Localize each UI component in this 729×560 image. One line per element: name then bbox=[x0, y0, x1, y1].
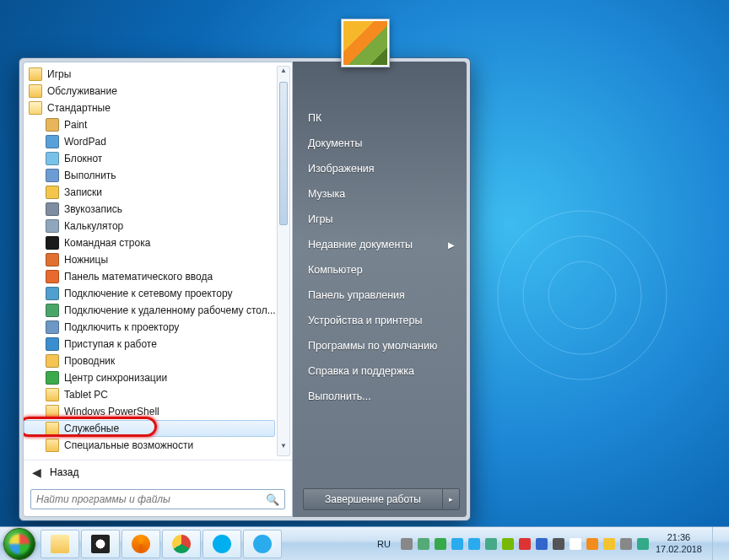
tray-nvidia-icon[interactable] bbox=[502, 538, 514, 550]
svg-point-1 bbox=[523, 236, 641, 354]
start-right-4[interactable]: Игры bbox=[303, 207, 460, 232]
tray-keyboard-icon[interactable] bbox=[401, 538, 413, 550]
start-right-11[interactable]: Выполнить... bbox=[303, 384, 460, 409]
program-item-proj[interactable]: Подключить к проектору bbox=[24, 319, 275, 336]
wordpad-icon bbox=[46, 135, 59, 148]
program-label: Проводник bbox=[64, 355, 115, 367]
start-right-9[interactable]: Программы по умолчанию bbox=[303, 333, 460, 358]
folder-icon bbox=[46, 422, 59, 435]
taskbar-skype[interactable] bbox=[202, 530, 241, 558]
taskbar-firefox[interactable] bbox=[122, 530, 160, 558]
program-item-explorer[interactable]: Проводник bbox=[24, 353, 275, 369]
program-item-wordpad[interactable]: WordPad bbox=[24, 133, 275, 150]
program-label: Блокнот bbox=[64, 153, 102, 164]
program-item-snip[interactable]: Ножницы bbox=[24, 251, 275, 268]
back-button[interactable]: ◀ Назад bbox=[24, 460, 292, 484]
right-item-label: Недавние документы bbox=[308, 239, 413, 250]
shutdown-button[interactable]: Завершение работы bbox=[303, 488, 443, 510]
start-right-6[interactable]: Компьютер bbox=[303, 257, 460, 283]
start-menu-left-pane: ИгрыОбслуживаниеСтандартныеPaintWordPadБ… bbox=[23, 62, 293, 517]
right-item-label: Выполнить... bbox=[308, 390, 371, 402]
telegram-icon bbox=[253, 535, 272, 553]
tray-chevron-icon[interactable] bbox=[418, 538, 429, 550]
search-input[interactable] bbox=[36, 493, 266, 505]
right-item-label: Справка и поддержка bbox=[308, 365, 414, 377]
show-desktop-button[interactable] bbox=[712, 527, 721, 561]
program-item-folder[interactable]: Служебные bbox=[24, 420, 275, 437]
tray-realtek-icon[interactable] bbox=[586, 538, 598, 550]
tray-telegram-icon[interactable] bbox=[468, 538, 480, 550]
program-label: Командная строка bbox=[64, 237, 150, 249]
program-item-cmd[interactable]: Командная строка bbox=[24, 234, 275, 251]
tray-audio-icon[interactable] bbox=[519, 538, 531, 550]
program-label: Специальные возможности bbox=[64, 439, 193, 451]
program-item-calc[interactable]: Калькулятор bbox=[24, 218, 275, 234]
language-indicator[interactable]: RU bbox=[374, 539, 394, 549]
right-item-label: Музыка bbox=[308, 188, 345, 200]
program-item-folder-open[interactable]: Стандартные bbox=[24, 100, 275, 116]
tray-core-icon[interactable] bbox=[536, 538, 548, 550]
all-programs-list: ИгрыОбслуживаниеСтандартныеPaintWordPadБ… bbox=[24, 62, 292, 460]
program-item-rdp[interactable]: Подключение к удаленному рабочему стол..… bbox=[24, 302, 275, 319]
scrollbar-thumb[interactable] bbox=[279, 82, 288, 225]
program-item-mic[interactable]: Звукозапись bbox=[24, 201, 275, 218]
firefox-icon bbox=[132, 535, 150, 553]
taskbar-panda[interactable] bbox=[81, 530, 120, 558]
tray-net-icon[interactable] bbox=[553, 538, 564, 550]
program-label: Подключение к удаленному рабочему стол..… bbox=[64, 304, 275, 316]
taskbar-clock[interactable]: 21:36 17.02.2018 bbox=[656, 532, 702, 554]
start-right-10[interactable]: Справка и поддержка bbox=[303, 358, 460, 384]
folder-icon bbox=[46, 388, 59, 401]
taskbar-explorer[interactable] bbox=[40, 530, 79, 558]
sync-icon bbox=[46, 371, 59, 385]
program-item-paint[interactable]: Paint bbox=[24, 116, 275, 133]
start-right-8[interactable]: Устройства и принтеры bbox=[303, 308, 460, 333]
program-item-folder[interactable]: Специальные возможности bbox=[24, 437, 275, 454]
right-item-label: Панель управления bbox=[308, 289, 405, 301]
start-button[interactable] bbox=[3, 528, 35, 560]
program-item-math[interactable]: Панель математического ввода bbox=[24, 268, 275, 285]
folder-icon bbox=[29, 84, 42, 98]
program-item-netproj[interactable]: Подключение к сетевому проектору bbox=[24, 285, 275, 302]
program-item-sticky[interactable]: Записки bbox=[24, 184, 275, 201]
cmd-icon bbox=[46, 236, 59, 250]
tray-vol-icon[interactable] bbox=[620, 538, 632, 550]
tray-flag-icon[interactable] bbox=[570, 538, 581, 550]
program-label: Записки bbox=[64, 186, 102, 198]
tray-yandex-icon[interactable] bbox=[603, 538, 615, 550]
program-item-folder[interactable]: Tablet PC bbox=[24, 386, 275, 403]
right-item-label: Игры bbox=[308, 213, 332, 225]
program-label: Приступая к работе bbox=[64, 338, 157, 350]
desktop: ИгрыОбслуживаниеСтандартныеPaintWordPadБ… bbox=[0, 0, 729, 560]
program-label: Центр синхронизации bbox=[64, 372, 167, 384]
start-right-7[interactable]: Панель управления bbox=[303, 283, 460, 308]
tray-action-icon[interactable] bbox=[451, 538, 463, 550]
taskbar-telegram[interactable] bbox=[243, 530, 282, 558]
start-right-2[interactable]: Изображения bbox=[303, 156, 460, 181]
clock-time: 21:36 bbox=[656, 532, 702, 543]
program-item-run[interactable]: Выполнить bbox=[24, 167, 275, 184]
start-right-5[interactable]: Недавние документы▶ bbox=[303, 232, 460, 257]
search-container: 🔍 bbox=[24, 484, 292, 516]
program-item-start[interactable]: Приступая к работе bbox=[24, 336, 275, 353]
folder-icon bbox=[29, 101, 42, 115]
start-right-3[interactable]: Музыка bbox=[303, 181, 460, 207]
tray-vpn-icon[interactable] bbox=[485, 538, 497, 550]
program-item-folder[interactable]: Обслуживание bbox=[24, 83, 275, 100]
program-item-notepad[interactable]: Блокнот bbox=[24, 150, 275, 167]
right-item-label: Компьютер bbox=[308, 264, 363, 276]
program-item-folder[interactable]: Игры bbox=[24, 66, 275, 83]
program-item-folder[interactable]: Windows PowerShell bbox=[24, 403, 275, 420]
shutdown-menu-button[interactable]: ▸ bbox=[443, 488, 460, 510]
right-item-label: Изображения bbox=[308, 163, 375, 175]
paint-icon bbox=[46, 118, 59, 132]
tray-safe-icon[interactable] bbox=[435, 538, 446, 550]
tray-net2-icon[interactable] bbox=[637, 538, 649, 550]
start-right-0[interactable]: ПК bbox=[303, 105, 460, 131]
start-right-1[interactable]: Документы bbox=[303, 131, 460, 156]
programs-scrollbar[interactable]: ▲▼ bbox=[277, 66, 290, 456]
taskbar-chrome[interactable] bbox=[162, 530, 201, 558]
folder-icon bbox=[46, 439, 59, 452]
program-item-sync[interactable]: Центр синхронизации bbox=[24, 369, 275, 386]
user-avatar[interactable] bbox=[341, 19, 390, 67]
